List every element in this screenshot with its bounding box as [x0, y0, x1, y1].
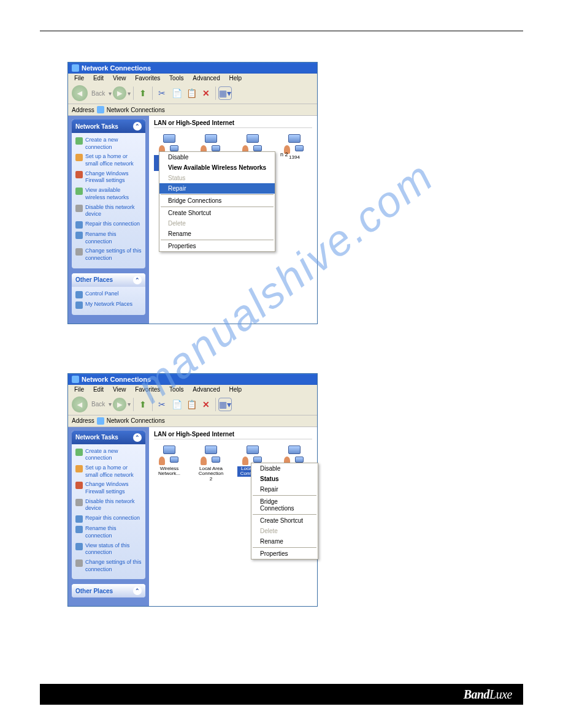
separator	[152, 86, 153, 100]
repair-icon	[75, 221, 83, 229]
task-create-connection[interactable]: Create a new connection	[75, 447, 142, 463]
task-firewall[interactable]: Change Windows Firewall settings	[75, 480, 142, 496]
menu-edit[interactable]: Edit	[90, 385, 107, 394]
main-area: LAN or High-Speed Internet Wireless Netw…	[149, 427, 317, 607]
wireless-icon	[75, 188, 83, 195]
task-rename-connection[interactable]: Rename this connection	[75, 230, 142, 246]
collapse-icon[interactable]: ⌃	[133, 433, 142, 442]
menu-view[interactable]: View	[109, 74, 130, 83]
collapse-icon[interactable]: ⌃	[133, 122, 142, 131]
conn-wireless[interactable]: Wireless Network...	[154, 446, 185, 482]
cm-properties[interactable]: Properties	[251, 548, 318, 559]
toolbar: ◄ Back ▾ ► ▾ ⬆ ✂ 📄 📋 ✕ ▦▾	[68, 83, 317, 104]
menu-help[interactable]: Help	[226, 385, 246, 394]
cut-icon[interactable]: ✂	[155, 86, 169, 100]
back-button[interactable]: ◄	[72, 396, 88, 412]
menu-advanced[interactable]: Advanced	[189, 385, 223, 394]
cm-rename[interactable]: Rename	[159, 229, 275, 239]
task-repair-connection[interactable]: Repair this connection	[75, 514, 142, 524]
window-icon	[72, 376, 79, 383]
task-view-status[interactable]: View status of this connection	[75, 541, 142, 558]
network-icon	[159, 446, 180, 465]
copy-icon[interactable]: 📄	[170, 86, 183, 100]
settings-icon	[75, 248, 83, 256]
up-icon[interactable]: ⬆	[136, 398, 150, 411]
paste-icon[interactable]: 📋	[185, 398, 198, 411]
screenshot-2: Network Connections File Edit View Favor…	[67, 373, 523, 607]
task-view-wireless[interactable]: View available wireless networks	[75, 186, 142, 202]
address-value: Network Connections	[107, 417, 165, 424]
menu-file[interactable]: File	[71, 74, 88, 83]
cm-bridge[interactable]: Bridge Connections	[251, 496, 318, 514]
other-places-panel: Other Places ⌃ Control Panel My Network …	[72, 273, 145, 315]
other-places-header[interactable]: Other Places ⌃	[72, 584, 145, 597]
place-my-network[interactable]: My Network Places	[75, 300, 142, 310]
views-icon[interactable]: ▦▾	[218, 86, 232, 100]
collapse-icon[interactable]: ⌃	[133, 586, 142, 595]
place-control-panel[interactable]: Control Panel	[75, 289, 142, 300]
other-places-header[interactable]: Other Places ⌃	[72, 273, 145, 287]
back-button[interactable]: ◄	[72, 85, 88, 101]
cm-create-shortcut[interactable]: Create Shortcut	[251, 515, 318, 526]
cm-disable[interactable]: Disable	[159, 152, 275, 162]
task-rename-connection[interactable]: Rename this connection	[75, 524, 142, 540]
network-tasks-header[interactable]: Network Tasks ⌃	[72, 119, 145, 133]
cm-repair[interactable]: Repair	[251, 484, 318, 495]
cm-create-shortcut[interactable]: Create Shortcut	[159, 208, 275, 218]
paste-icon[interactable]: 📋	[185, 86, 198, 100]
cm-view-wireless[interactable]: View Available Wireless Networks	[159, 162, 275, 173]
copy-icon[interactable]: 📄	[170, 398, 183, 411]
menu-advanced[interactable]: Advanced	[189, 74, 223, 83]
menubar: File Edit View Favorites Tools Advanced …	[68, 74, 317, 83]
task-repair-connection[interactable]: Repair this connection	[75, 219, 142, 230]
task-change-settings[interactable]: Change settings of this connection	[75, 558, 142, 574]
menu-tools[interactable]: Tools	[166, 385, 187, 394]
cm-status[interactable]: Status	[251, 474, 318, 484]
views-icon[interactable]: ▦▾	[218, 398, 232, 411]
collapse-icon[interactable]: ⌃	[133, 276, 142, 284]
task-setup-network[interactable]: Set up a home or small office network	[75, 463, 142, 480]
footer: BandLuxe	[40, 684, 523, 705]
cm-disable[interactable]: Disable	[251, 463, 318, 474]
task-change-settings[interactable]: Change settings of this connection	[75, 246, 142, 263]
menu-help[interactable]: Help	[226, 74, 246, 83]
rename-icon	[75, 526, 83, 533]
cm-repair[interactable]: Repair	[159, 183, 275, 194]
cm-rename[interactable]: Rename	[251, 536, 318, 547]
task-create-connection[interactable]: Create a new connection	[75, 135, 142, 152]
up-icon[interactable]: ⬆	[136, 86, 150, 100]
cm-delete: Delete	[251, 526, 318, 536]
disable-icon	[75, 205, 83, 212]
task-firewall[interactable]: Change Windows Firewall settings	[75, 169, 142, 186]
menu-tools[interactable]: Tools	[166, 74, 187, 83]
cm-separator	[161, 207, 274, 207]
menu-favorites[interactable]: Favorites	[131, 74, 164, 83]
menu-file[interactable]: File	[71, 385, 88, 394]
conn-local-area-2[interactable]: Local Area Connection 2	[196, 446, 226, 482]
forward-button[interactable]: ►	[113, 86, 126, 100]
network-tasks-header[interactable]: Network Tasks ⌃	[72, 431, 145, 444]
cm-separator	[253, 547, 316, 548]
xp-window-2: Network Connections File Edit View Favor…	[67, 373, 318, 607]
new-conn-icon	[75, 137, 83, 145]
back-label: Back	[91, 401, 105, 408]
context-menu: Disable Status Repair Bridge Connections…	[251, 463, 318, 559]
menu-favorites[interactable]: Favorites	[131, 385, 164, 394]
window-title: Network Connections	[82, 64, 151, 72]
cm-separator	[253, 514, 316, 515]
delete-icon[interactable]: ✕	[199, 86, 213, 100]
address-bar: Address Network Connections	[68, 104, 317, 116]
cm-bridge[interactable]: Bridge Connections	[159, 195, 275, 206]
trailing-text: n 2	[280, 151, 288, 157]
cm-properties[interactable]: Properties	[159, 241, 275, 251]
task-disable-device[interactable]: Disable this network device	[75, 203, 142, 219]
task-disable-device[interactable]: Disable this network device	[75, 497, 142, 514]
toolbar: ◄ Back ▾ ► ▾ ⬆ ✂ 📄 📋 ✕ ▦▾	[68, 394, 317, 415]
cut-icon[interactable]: ✂	[155, 398, 169, 411]
forward-button[interactable]: ►	[113, 398, 126, 411]
separator	[215, 86, 216, 100]
menu-view[interactable]: View	[109, 385, 130, 394]
delete-icon[interactable]: ✕	[199, 398, 213, 411]
task-setup-network[interactable]: Set up a home or small office network	[75, 152, 142, 169]
menu-edit[interactable]: Edit	[90, 74, 107, 83]
